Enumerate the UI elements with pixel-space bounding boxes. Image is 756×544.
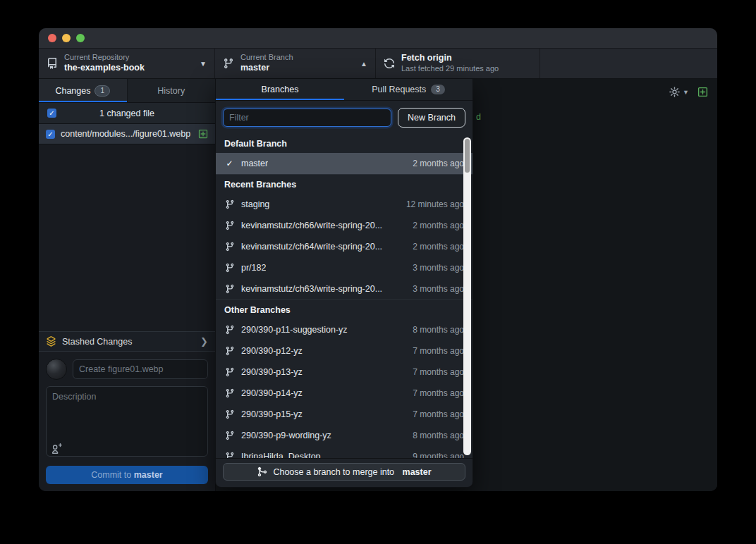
add-coauthor-icon[interactable] — [51, 443, 62, 454]
chevron-right-icon: ❯ — [200, 336, 208, 347]
current-repository-label: Current Repository — [64, 53, 145, 63]
branch-group-rows: ✓ staging 12 minutes ago ✓ kevinamstutz/… — [216, 194, 472, 299]
fetch-origin-title: Fetch origin — [401, 53, 499, 64]
branch-row[interactable]: ✓ 290/390-p11-suggestion-yz 8 months ago — [216, 319, 472, 340]
commit-summary-input[interactable] — [73, 359, 208, 379]
branch-row[interactable]: ✓ IbrinaHilda_Desktop 9 months ago — [216, 446, 472, 458]
branch-groups: Default Branch ✓ master 2 months ago Rec… — [216, 134, 472, 458]
branch-name: 290/390-p15-yz — [241, 409, 303, 419]
branch-time: 7 months ago — [413, 367, 464, 377]
branch-time: 2 months ago — [413, 159, 464, 168]
tab-history-label: History — [157, 86, 185, 96]
branch-time: 7 months ago — [413, 409, 464, 419]
branch-filter-input[interactable] — [223, 109, 391, 127]
branch-name: 290/390-p12-yz — [241, 346, 303, 356]
git-branch-icon — [224, 242, 235, 252]
git-branch-icon — [224, 263, 235, 273]
changed-file-row[interactable]: ✓ content/modules.../figure01.webp — [39, 124, 215, 144]
tab-history[interactable]: History — [128, 79, 216, 102]
branch-row[interactable]: ✓ pr/182 3 months ago — [216, 257, 472, 278]
branch-name: pr/182 — [241, 263, 266, 273]
app-window: Current Repository the-examples-book ▼ C… — [39, 28, 717, 491]
gear-icon[interactable] — [669, 87, 680, 97]
branch-row[interactable]: ✓ master 2 months ago — [216, 153, 472, 174]
commit-description-input[interactable] — [46, 386, 208, 457]
branch-group-title: Other Branches — [216, 300, 472, 319]
close-window-button[interactable] — [48, 34, 56, 42]
branch-row[interactable]: ✓ 290/390-p15-yz 7 months ago — [216, 404, 472, 425]
choose-branch-to-merge-button[interactable]: Choose a branch to merge into master — [223, 463, 465, 481]
stashed-changes-label: Stashed Changes — [62, 337, 132, 347]
git-branch-icon — [224, 409, 235, 419]
branch-name: kevinamstutz/ch66/write-spring-20... — [241, 221, 382, 230]
branch-name: kevinamstutz/ch63/write-spring-20... — [241, 284, 382, 294]
diff-added-icon — [697, 87, 708, 97]
maximize-window-button[interactable] — [76, 34, 85, 42]
current-branch-value: master — [240, 63, 293, 74]
branch-row[interactable]: ✓ kevinamstutz/ch63/write-spring-20... 3… — [216, 278, 472, 299]
branch-name: 290/390-p9-wording-yz — [241, 431, 331, 440]
current-repository-value: the-examples-book — [64, 63, 145, 74]
window-titlebar — [39, 28, 717, 49]
chevron-down-icon: ▼ — [200, 60, 207, 68]
git-branch-icon — [224, 452, 235, 458]
window-body: Changes 1 History ✓ 1 changed file ✓ con… — [39, 79, 717, 491]
tab-branches[interactable]: Branches — [216, 79, 344, 100]
git-branch-icon — [224, 431, 235, 440]
current-branch-button[interactable]: Current Branch master ▲ — [215, 49, 376, 78]
commit-button[interactable]: Commit to master — [46, 466, 208, 484]
fetch-origin-subtitle: Last fetched 29 minutes ago — [401, 64, 499, 74]
commit-form: Commit to master — [39, 352, 215, 491]
branch-time: 2 months ago — [413, 242, 464, 252]
chevron-up-icon: ▲ — [360, 60, 367, 68]
stack-icon — [46, 336, 56, 347]
file-checkbox[interactable]: ✓ — [46, 130, 55, 139]
chevron-down-icon[interactable]: ▼ — [683, 89, 689, 96]
tab-changes[interactable]: Changes 1 — [39, 79, 128, 102]
branch-row[interactable]: ✓ 290/390-p14-yz 7 months ago — [216, 383, 472, 404]
tab-changes-label: Changes — [55, 86, 90, 96]
stashed-changes-row[interactable]: Stashed Changes ❯ — [39, 331, 215, 352]
sidebar-tabs: Changes 1 History — [39, 79, 215, 103]
branch-group-rows: ✓ 290/390-p11-suggestion-yz 8 months ago… — [216, 319, 472, 458]
git-branch-icon — [224, 346, 235, 356]
branch-group: Other Branches ✓ 290/390-p11-suggestion-… — [216, 299, 472, 458]
changes-sidebar: Changes 1 History ✓ 1 changed file ✓ con… — [39, 79, 216, 491]
toolbar: Current Repository the-examples-book ▼ C… — [39, 49, 717, 79]
git-branch-icon — [224, 325, 235, 335]
branch-row[interactable]: ✓ kevinamstutz/ch66/write-spring-20... 2… — [216, 215, 472, 236]
tab-pull-requests[interactable]: Pull Requests 3 — [344, 79, 472, 100]
git-branch-icon — [224, 221, 235, 230]
branch-row[interactable]: ✓ 290/390-p9-wording-yz 8 months ago — [216, 425, 472, 446]
branch-group: Default Branch ✓ master 2 months ago — [216, 134, 472, 174]
changed-files-summary: 1 changed file — [39, 109, 215, 118]
git-merge-icon — [257, 466, 267, 477]
branch-row[interactable]: ✓ kevinamstutz/ch64/write-spring-20... 2… — [216, 236, 472, 257]
branch-name: 290/390-p14-yz — [241, 388, 303, 398]
branch-group-rows: ✓ master 2 months ago — [216, 153, 472, 174]
branch-group-title: Recent Branches — [216, 175, 472, 194]
branch-time: 8 months ago — [413, 325, 464, 335]
branch-time: 3 months ago — [413, 284, 464, 294]
scrollbar-thumb[interactable] — [465, 139, 470, 173]
git-branch-icon — [224, 388, 235, 398]
branch-name: staging — [241, 199, 269, 209]
fetch-origin-button[interactable]: Fetch origin Last fetched 29 minutes ago — [376, 49, 540, 78]
current-repository-button[interactable]: Current Repository the-examples-book ▼ — [39, 49, 215, 78]
branch-name: kevinamstutz/ch64/write-spring-20... — [241, 242, 382, 252]
scrollbar-track — [463, 137, 471, 455]
commit-button-branch: master — [134, 470, 163, 480]
branch-row[interactable]: ✓ 290/390-p12-yz 7 months ago — [216, 340, 472, 361]
minimize-window-button[interactable] — [62, 34, 71, 42]
changes-count-badge: 1 — [94, 85, 110, 97]
new-branch-button[interactable]: New Branch — [398, 108, 465, 128]
git-branch-icon — [224, 367, 235, 377]
diff-added-icon — [198, 129, 208, 139]
branch-row[interactable]: ✓ staging 12 minutes ago — [216, 194, 472, 215]
changed-file-name: content/modules.../figure01.webp — [61, 129, 190, 139]
branch-filter-bar: New Branch — [216, 101, 472, 134]
sync-icon — [384, 58, 395, 69]
popover-tabs: Branches Pull Requests 3 — [216, 79, 472, 101]
branch-row[interactable]: ✓ 290/390-p13-yz 7 months ago — [216, 361, 472, 383]
select-all-checkbox[interactable]: ✓ — [47, 109, 56, 118]
